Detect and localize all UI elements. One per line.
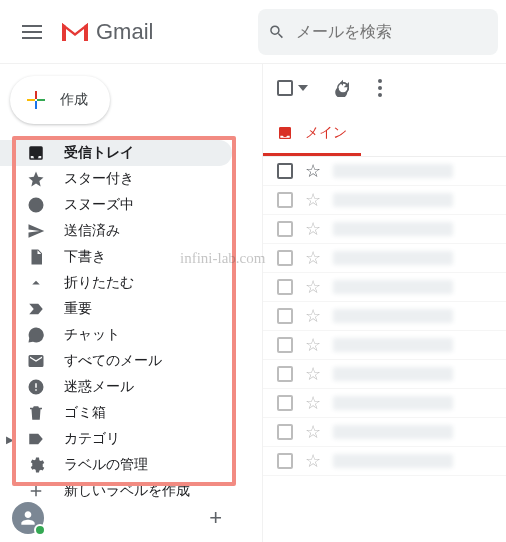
sidebar-item-label: 迷惑メール	[64, 378, 134, 396]
message-checkbox[interactable]	[277, 163, 293, 179]
sidebar-item-star[interactable]: スター付き	[0, 166, 232, 192]
inbox-tab-icon	[277, 125, 293, 141]
sidebar-item-chat[interactable]: チャット	[0, 322, 232, 348]
sidebar-item-inbox[interactable]: 受信トレイ	[0, 140, 232, 166]
message-list: ☆☆☆☆☆☆☆☆☆☆☆	[263, 157, 506, 476]
message-checkbox[interactable]	[277, 337, 293, 353]
message-checkbox[interactable]	[277, 221, 293, 237]
compose-plus-icon	[24, 88, 48, 112]
star-icon[interactable]: ☆	[305, 218, 321, 240]
message-row[interactable]: ☆	[263, 331, 506, 360]
svg-point-2	[378, 93, 382, 97]
message-row[interactable]: ☆	[263, 360, 506, 389]
star-icon	[26, 170, 46, 188]
message-row[interactable]: ☆	[263, 186, 506, 215]
clock-icon	[26, 196, 46, 214]
sidebar-item-draft[interactable]: 下書き	[0, 244, 232, 270]
svg-point-1	[378, 86, 382, 90]
sidebar-item-clock[interactable]: スヌーズ中	[0, 192, 232, 218]
message-row[interactable]: ☆	[263, 215, 506, 244]
sidebar-item-label: 重要	[64, 300, 92, 318]
search-input[interactable]	[296, 23, 489, 41]
user-avatar[interactable]	[12, 502, 44, 534]
star-icon[interactable]: ☆	[305, 305, 321, 327]
star-icon[interactable]: ☆	[305, 450, 321, 472]
message-row[interactable]: ☆	[263, 447, 506, 476]
sidebar-item-important[interactable]: 重要	[0, 296, 232, 322]
dropdown-caret-icon	[298, 85, 308, 91]
star-icon[interactable]: ☆	[305, 160, 321, 182]
sidebar-item-label: すべてのメール	[64, 352, 162, 370]
sidebar-item-label: 折りたたむ	[64, 274, 134, 292]
message-row[interactable]: ☆	[263, 389, 506, 418]
sidebar-item-label: スヌーズ中	[64, 196, 134, 214]
spam-icon	[26, 378, 46, 396]
main-menu-button[interactable]	[8, 8, 56, 56]
message-row[interactable]: ☆	[263, 302, 506, 331]
label-expand-icon	[26, 430, 46, 448]
star-icon[interactable]: ☆	[305, 247, 321, 269]
select-all-control[interactable]	[277, 80, 308, 96]
message-row[interactable]: ☆	[263, 418, 506, 447]
select-all-checkbox[interactable]	[277, 80, 293, 96]
star-icon[interactable]: ☆	[305, 334, 321, 356]
star-icon[interactable]: ☆	[305, 392, 321, 414]
inbox-icon	[26, 144, 46, 162]
gear-icon	[26, 456, 46, 474]
draft-icon	[26, 248, 46, 266]
message-row[interactable]: ☆	[263, 244, 506, 273]
more-icon[interactable]	[378, 79, 382, 97]
message-checkbox[interactable]	[277, 453, 293, 469]
message-row[interactable]: ☆	[263, 273, 506, 302]
star-icon[interactable]: ☆	[305, 276, 321, 298]
mail-toolbar	[263, 64, 506, 112]
hangouts-add-button[interactable]: +	[209, 505, 222, 531]
trash-icon	[26, 404, 46, 422]
sidebar-item-gear[interactable]: ラベルの管理	[0, 452, 232, 478]
message-checkbox[interactable]	[277, 424, 293, 440]
message-checkbox[interactable]	[277, 250, 293, 266]
tab-primary[interactable]: メイン	[263, 112, 361, 156]
important-icon	[26, 300, 46, 318]
message-checkbox[interactable]	[277, 395, 293, 411]
sidebar-item-label: 受信トレイ	[64, 144, 134, 162]
gmail-m-icon	[60, 21, 90, 43]
sidebar-item-label: 新しいラベルを作成	[64, 482, 190, 500]
star-icon[interactable]: ☆	[305, 363, 321, 385]
sidebar-item-spam[interactable]: 迷惑メール	[0, 374, 232, 400]
chat-icon	[26, 326, 46, 344]
hamburger-icon	[22, 25, 42, 39]
hangouts-bar: +	[12, 502, 232, 534]
message-checkbox[interactable]	[277, 192, 293, 208]
refresh-icon[interactable]	[334, 79, 352, 97]
sidebar-item-label: 下書き	[64, 248, 106, 266]
send-icon	[26, 222, 46, 240]
sidebar-item-allmail[interactable]: すべてのメール	[0, 348, 232, 374]
app-name: Gmail	[96, 19, 153, 45]
sidebar-item-plus[interactable]: 新しいラベルを作成	[0, 478, 232, 504]
message-sender-redacted	[333, 309, 453, 323]
message-checkbox[interactable]	[277, 279, 293, 295]
star-icon[interactable]: ☆	[305, 421, 321, 443]
message-checkbox[interactable]	[277, 308, 293, 324]
star-icon[interactable]: ☆	[305, 189, 321, 211]
sidebar-item-trash[interactable]: ゴミ箱	[0, 400, 232, 426]
sidebar-item-label: チャット	[64, 326, 120, 344]
sidebar-nav: 受信トレイスター付きスヌーズ中送信済み下書き折りたたむ重要チャットすべてのメール…	[0, 140, 232, 504]
sidebar-item-label: ゴミ箱	[64, 404, 106, 422]
sidebar-item-send[interactable]: 送信済み	[0, 218, 232, 244]
message-sender-redacted	[333, 425, 453, 439]
sidebar-item-label: スター付き	[64, 170, 134, 188]
message-sender-redacted	[333, 454, 453, 468]
allmail-icon	[26, 352, 46, 370]
collapse-icon	[26, 274, 46, 292]
sidebar-item-label-expand[interactable]: ▶カテゴリ	[0, 426, 232, 452]
compose-button[interactable]: 作成	[10, 76, 110, 124]
sidebar-item-collapse[interactable]: 折りたたむ	[0, 270, 232, 296]
search-box[interactable]	[258, 9, 498, 55]
gmail-logo: Gmail	[60, 19, 153, 45]
message-row[interactable]: ☆	[263, 157, 506, 186]
message-checkbox[interactable]	[277, 366, 293, 382]
message-sender-redacted	[333, 367, 453, 381]
message-sender-redacted	[333, 222, 453, 236]
